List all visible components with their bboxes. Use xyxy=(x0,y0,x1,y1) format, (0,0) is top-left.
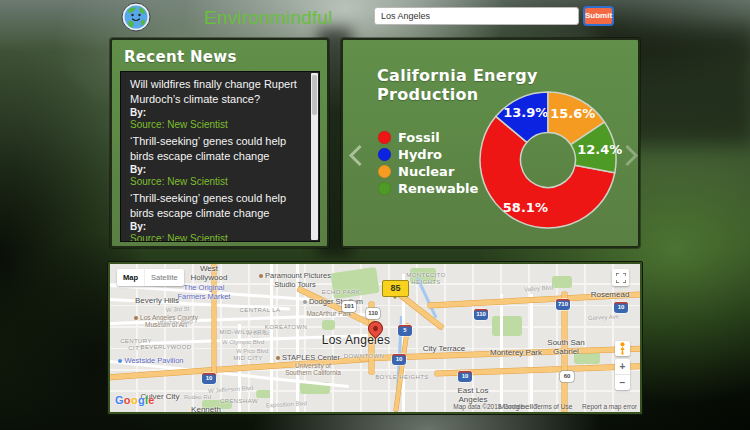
google-logo-letter: G xyxy=(115,394,124,406)
news-headline: ‘Thrill-seeking’ genes could help birds … xyxy=(130,191,308,221)
doughnut-chart[interactable]: 58.1%13.9%15.6%12.4% xyxy=(471,83,625,237)
legend-label: Hydro xyxy=(398,147,442,162)
news-panel-title: Recent News xyxy=(124,48,237,66)
google-logo-letter: g xyxy=(138,394,145,406)
poi-dot-icon xyxy=(134,316,138,320)
highway-shield-710: 710 xyxy=(556,299,570,310)
map-label: Westside Pavilion xyxy=(114,357,188,366)
legend-label: Renewable xyxy=(398,181,478,196)
terms-link[interactable]: Terms of Use xyxy=(534,403,572,410)
poi-dot-icon xyxy=(259,274,263,278)
map-type-control: Map Satellite xyxy=(117,269,184,286)
map-label: Los Angeles xyxy=(318,334,394,348)
news-by: By: xyxy=(130,221,308,233)
map-label: CRENSHAW xyxy=(216,398,262,405)
map-label: Paramount Pictures Studio Tours xyxy=(256,272,334,289)
app-title: Environmindful xyxy=(204,7,332,29)
park-area xyxy=(492,316,522,336)
highway-shield-10: 10 xyxy=(614,302,628,313)
search-input[interactable] xyxy=(374,7,579,25)
map-label: Beverly Hills xyxy=(130,296,184,305)
recent-news-panel: Recent News Will wildfires finally chang… xyxy=(110,38,329,248)
poi-dot-icon xyxy=(118,359,122,363)
report-error-link[interactable]: Report a map error xyxy=(582,403,637,410)
map-label: Rodeo Rd xyxy=(184,394,218,401)
news-scrollbar[interactable] xyxy=(311,73,318,240)
legend-swatch xyxy=(378,131,391,144)
zoom-in-button[interactable]: + xyxy=(615,359,630,374)
map-attribution: Map data ©2018 Google Terms of Use Repor… xyxy=(453,403,637,410)
map-button[interactable]: Map xyxy=(117,269,144,286)
news-source: Source: New Scientist xyxy=(130,119,308,131)
satellite-button[interactable]: Satellite xyxy=(144,269,184,286)
google-logo-letter: o xyxy=(131,394,138,406)
news-item[interactable]: ‘Thrill-seeking’ genes could help birds … xyxy=(130,134,308,188)
donut-slice-label: 12.4% xyxy=(577,142,622,157)
highway-shield-5: 5 xyxy=(398,325,412,336)
submit-button[interactable]: Submit xyxy=(583,6,614,26)
page: Environmindful Submit Recent News Will w… xyxy=(0,0,750,430)
legend-label: Fossil xyxy=(398,130,440,145)
pegman-control[interactable] xyxy=(615,341,630,356)
chevron-left-icon[interactable] xyxy=(349,142,365,170)
map-data-credit: Map data ©2018 Google xyxy=(453,403,524,410)
legend-swatch xyxy=(378,182,391,195)
map-label: East Los Angeles xyxy=(448,386,498,404)
news-source: Source: New Scientist xyxy=(130,233,308,242)
donut-slice-label: 13.9% xyxy=(503,105,548,120)
news-list: Will wildfires finally change Rupert Mur… xyxy=(130,77,308,242)
map-label: MID CITY xyxy=(230,355,266,362)
legend-item[interactable]: Nuclear xyxy=(378,165,478,178)
chevron-right-icon[interactable] xyxy=(621,142,637,170)
google-logo-letter: o xyxy=(124,394,131,406)
map-label: University of Southern California xyxy=(284,362,342,377)
news-item[interactable]: Will wildfires finally change Rupert Mur… xyxy=(130,77,308,131)
map-label: CENTRAL LA xyxy=(236,307,284,314)
map-label: City Terrace xyxy=(420,344,468,353)
zoom-out-button[interactable]: − xyxy=(615,375,630,390)
donut-slice-label: 15.6% xyxy=(550,106,595,121)
news-headline: ‘Thrill-seeking’ genes could help birds … xyxy=(130,134,308,164)
highway-shield-10: 10 xyxy=(202,373,216,384)
highway-shield-10: 10 xyxy=(392,354,406,365)
map-label: MONTECITO HEIGHTS xyxy=(402,272,450,286)
legend-swatch xyxy=(378,148,391,161)
news-scrollbar-thumb[interactable] xyxy=(312,75,317,115)
park-area xyxy=(322,320,335,330)
poi-dot-icon xyxy=(303,300,307,304)
highway-shield-110: 110 xyxy=(474,309,488,320)
pegman-icon xyxy=(618,342,627,355)
google-logo[interactable]: Google xyxy=(115,394,155,406)
map-label: Monterey Park xyxy=(484,348,548,357)
news-headline: Will wildfires finally change Rupert Mur… xyxy=(130,77,308,107)
map-label: DOWNTOWN xyxy=(342,353,386,360)
map-label: Rosemead xyxy=(584,290,636,299)
map-label: BEVERLYWOOD xyxy=(140,344,192,351)
zoom-control: + − xyxy=(615,359,630,390)
chart-legend: FossilHydroNuclearRenewable xyxy=(378,131,478,199)
earth-logo-icon xyxy=(121,2,151,32)
news-box: Will wildfires finally change Rupert Mur… xyxy=(120,71,320,242)
map-label: W 8th St xyxy=(246,330,278,337)
aqi-marker[interactable]: 85 xyxy=(382,280,409,297)
highway-shield-60: 60 xyxy=(560,371,574,382)
donut-slice-label: 58.1% xyxy=(503,200,548,215)
google-map[interactable]: West HollywoodParamount Pictures Studio … xyxy=(110,264,640,412)
map-label: BOYLE HEIGHTS xyxy=(374,374,430,381)
map-label: ECHO PARK xyxy=(320,289,362,296)
map-panel: West HollywoodParamount Pictures Studio … xyxy=(107,261,643,415)
news-item[interactable]: ‘Thrill-seeking’ genes could help birds … xyxy=(130,191,308,242)
map-label: W Pico Blvd xyxy=(236,348,278,355)
map-label: South San Gabriel xyxy=(544,338,588,356)
legend-label: Nuclear xyxy=(398,164,454,179)
legend-item[interactable]: Hydro xyxy=(378,148,478,161)
news-by: By: xyxy=(130,164,308,176)
energy-chart-panel: California Energy Production FossilHydro… xyxy=(341,38,640,248)
legend-item[interactable]: Fossil xyxy=(378,131,478,144)
highway-shield-110: 110 xyxy=(366,308,380,319)
fullscreen-button[interactable] xyxy=(612,269,629,286)
legend-item[interactable]: Renewable xyxy=(378,182,478,195)
header: Environmindful Submit xyxy=(0,0,750,36)
news-by: By: xyxy=(130,107,308,119)
map-label: Kenneth xyxy=(188,405,224,412)
